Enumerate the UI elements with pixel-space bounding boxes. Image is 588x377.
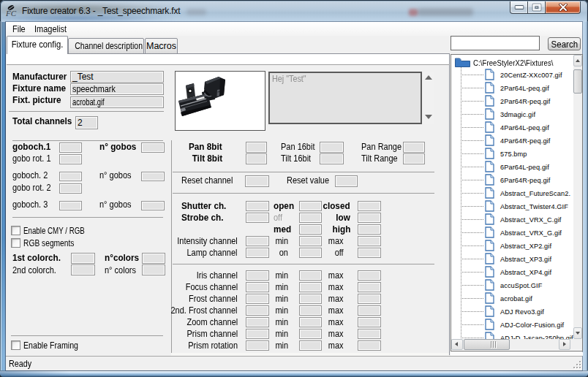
svg-text:FC: FC — [5, 9, 17, 18]
